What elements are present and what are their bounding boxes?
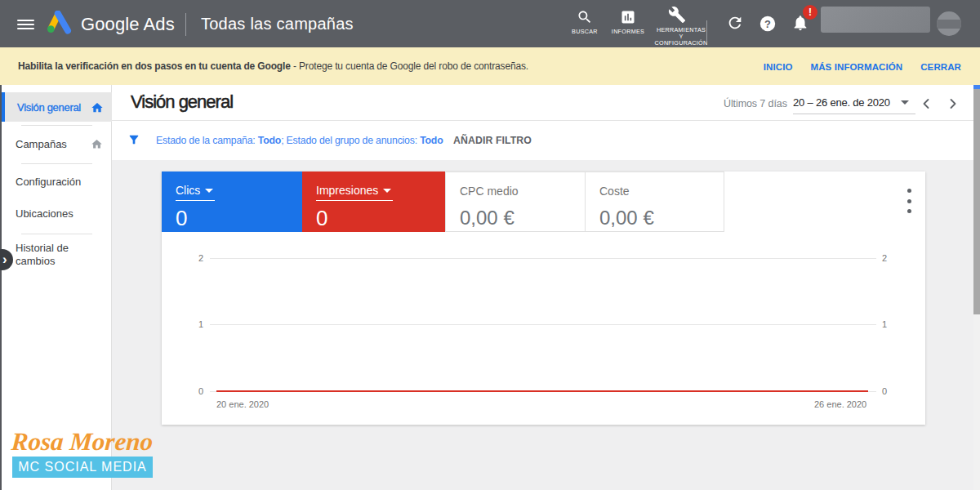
svg-text:?: ? [764,18,771,30]
